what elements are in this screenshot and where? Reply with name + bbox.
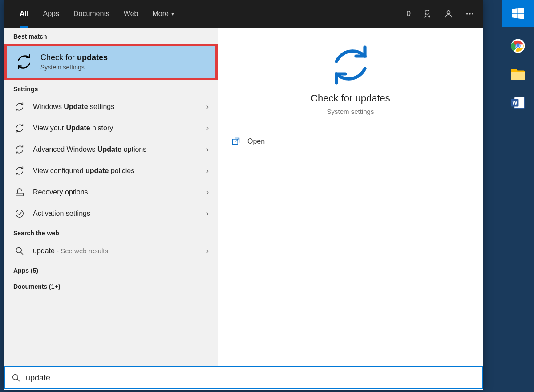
chrome-icon [510, 38, 526, 53]
chevron-right-icon: › [206, 103, 209, 111]
tab-label: Web [124, 10, 138, 18]
chevron-right-icon: › [206, 167, 209, 175]
tab-more[interactable]: More▾ [145, 0, 181, 28]
check-circle-icon [13, 207, 26, 220]
refresh-icon [13, 101, 26, 113]
preview-refresh-icon [329, 44, 372, 86]
result-label: View your Update history [33, 124, 199, 132]
refresh-icon [13, 122, 26, 134]
best-match-title: Check for updates [40, 53, 108, 62]
refresh-icon [16, 53, 32, 70]
svg-rect-11 [16, 193, 24, 196]
settings-result[interactable]: Advanced Windows Update options › [4, 139, 218, 160]
tab-all[interactable]: All [12, 0, 36, 28]
search-box[interactable] [4, 366, 483, 389]
refresh-icon [13, 143, 26, 156]
section-documents[interactable]: Documents (1+) [4, 278, 218, 294]
recovery-icon [13, 186, 26, 198]
taskbar-app-explorer[interactable] [509, 65, 527, 84]
result-label: Activation settings [33, 210, 199, 218]
search-icon [13, 245, 26, 257]
windows-icon [512, 8, 524, 19]
svg-point-7 [447, 11, 450, 14]
folder-icon [510, 68, 526, 81]
chevron-right-icon: › [206, 124, 209, 132]
search-box-container [4, 366, 483, 390]
chevron-right-icon: › [206, 145, 209, 154]
svg-point-9 [469, 13, 470, 14]
settings-result[interactable]: View your Update history › [4, 117, 218, 139]
more-options-icon[interactable] [465, 9, 475, 19]
chevron-right-icon: › [206, 247, 209, 255]
settings-result[interactable]: Windows Update settings › [4, 96, 218, 117]
tab-label: Apps [43, 10, 59, 18]
preview-subtitle: System settings [218, 108, 483, 115]
chevron-right-icon: › [206, 210, 209, 218]
rewards-score: 0 [407, 9, 411, 18]
open-icon [231, 137, 240, 146]
svg-text:W: W [513, 100, 518, 105]
svg-point-10 [472, 13, 473, 14]
tab-documents[interactable]: Documents [66, 0, 117, 28]
web-result[interactable]: update - See web results › [4, 240, 218, 262]
settings-result[interactable]: Activation settings › [4, 203, 218, 224]
tab-label: Documents [73, 10, 109, 18]
chevron-right-icon: › [206, 188, 209, 196]
result-label: Advanced Windows Update options [33, 145, 199, 154]
section-apps[interactable]: Apps (5) [4, 262, 218, 278]
section-best-match: Best match [4, 28, 218, 44]
tab-label: All [20, 10, 28, 18]
rewards-badge-icon[interactable] [422, 9, 432, 19]
account-icon[interactable] [444, 9, 453, 19]
result-label: View configured update policies [33, 167, 199, 175]
svg-point-12 [16, 210, 24, 218]
section-settings: Settings [4, 80, 218, 96]
best-match-subtitle: System settings [40, 64, 108, 71]
search-input[interactable] [26, 373, 476, 383]
search-icon [12, 373, 20, 382]
svg-point-8 [466, 13, 468, 14]
taskbar: W [502, 0, 534, 392]
tab-apps[interactable]: Apps [36, 0, 66, 28]
results-list: Best match Check for updates System sett… [4, 28, 218, 366]
refresh-icon [13, 165, 26, 177]
tab-label: More [152, 10, 168, 18]
preview-action-open[interactable]: Open [218, 127, 483, 156]
chevron-down-icon: ▾ [171, 11, 174, 17]
best-match-result[interactable]: Check for updates System settings [4, 44, 218, 80]
taskbar-app-word[interactable]: W [509, 93, 527, 112]
taskbar-app-chrome[interactable] [509, 36, 527, 55]
svg-line-14 [21, 252, 23, 255]
search-panel: All Apps Documents Web More▾ 0 Best matc… [4, 0, 483, 390]
result-label: Recovery options [33, 188, 199, 196]
start-button[interactable] [502, 0, 534, 27]
tab-web[interactable]: Web [117, 0, 146, 28]
preview-title: Check for updates [218, 93, 483, 104]
svg-point-2 [516, 44, 519, 47]
preview-pane: Check for updates System settings Open [218, 28, 483, 366]
result-label: update - See web results [33, 247, 199, 255]
section-web: Search the web [4, 224, 218, 240]
preview-action-label: Open [247, 137, 265, 145]
word-icon: W [510, 95, 526, 110]
result-label: Windows Update settings [33, 103, 199, 111]
svg-line-18 [17, 379, 20, 381]
settings-result[interactable]: Recovery options › [4, 182, 218, 203]
settings-result[interactable]: View configured update policies › [4, 160, 218, 182]
svg-point-6 [425, 10, 429, 14]
search-tabs: All Apps Documents Web More▾ 0 [4, 0, 483, 28]
